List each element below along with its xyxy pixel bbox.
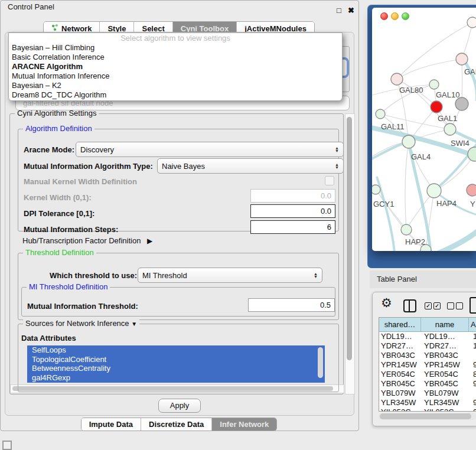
hub-definition-expander[interactable]: Hub/Transcription Factor Definition ▶: [22, 236, 152, 245]
table-row[interactable]: YPR145WYPR145W9.: [379, 360, 476, 370]
table-row[interactable]: YDR27…YDR27…12: [379, 341, 476, 351]
manual-kernel-width-checkbox[interactable]: [325, 176, 334, 185]
mi-threshold-field[interactable]: 0.5: [248, 298, 335, 312]
which-threshold-combobox[interactable]: MI Threshold ▲▼: [138, 268, 322, 283]
checked-checkbox-icon[interactable]: ✓: [425, 302, 432, 309]
mi-steps-label: Mutual Information Steps:: [24, 225, 118, 234]
dropdown-item-dream8-dc-tdc-algorithm[interactable]: Dream8 DC_TDC Algorithm: [9, 90, 342, 100]
network-node-gcy1[interactable]: [372, 185, 380, 194]
table-cell: YBR043C: [379, 351, 422, 360]
table-cell: YPR145W: [422, 360, 471, 370]
kernel-width-field[interactable]: 0.0: [250, 189, 335, 203]
unchecked-checkbox-icon[interactable]: [447, 302, 454, 309]
float-window-icon[interactable]: □: [337, 6, 341, 15]
gear-icon[interactable]: ⚙: [381, 296, 392, 310]
table-cell: YER054C: [379, 370, 422, 379]
scrollbar-thumb[interactable]: [380, 413, 471, 419]
mi-steps-field[interactable]: 6: [250, 220, 335, 234]
sources-title: Sources for Network Inference ▼: [23, 319, 139, 328]
network-node-gal11[interactable]: [376, 109, 385, 119]
data-attributes-list[interactable]: SelfLoopsTopologicalCoefficientBetweenne…: [27, 345, 325, 383]
apply-button[interactable]: Apply: [158, 399, 201, 413]
expand-right-arrow-icon: ▶: [147, 237, 152, 245]
network-node-gal1[interactable]: [444, 123, 456, 135]
close-icon[interactable]: ✖: [348, 6, 354, 15]
table-cell: 9.: [471, 398, 476, 407]
table-cell: YDL19…: [379, 332, 422, 341]
table-cell: YDR27…: [422, 341, 471, 351]
network-node-swi4[interactable]: [468, 147, 476, 161]
table-cell: YPR145W: [379, 360, 422, 370]
dropdown-item-mutual-information-inference[interactable]: Mutual Information Inference: [9, 71, 342, 81]
table-cell: YDR27…: [379, 341, 422, 351]
node-label-gal11: GAL11: [381, 122, 405, 131]
network-node-gal4[interactable]: [402, 135, 415, 148]
table-row[interactable]: YIL052CYIL052C0.: [379, 407, 476, 412]
network-node-gal10[interactable]: [429, 80, 439, 89]
mi-algorithm-type-combobox[interactable]: Naive Bayes ▲▼: [157, 158, 344, 174]
table-cell: YLR345W: [379, 398, 422, 407]
table-row[interactable]: YER054CYER054C8.: [379, 370, 476, 379]
control-panel-titlebar: Control Panel: [0, 0, 366, 14]
dropdown-item-aracne-algorithm[interactable]: ARACNE Algorithm: [9, 62, 342, 71]
table-row[interactable]: YBL079WYBL079W: [379, 389, 476, 398]
column-layout-icon[interactable]: [403, 299, 416, 312]
unchecked-checkbox-icon[interactable]: [456, 302, 463, 309]
aracne-mode-combobox[interactable]: Discovery ▲▼: [76, 142, 344, 157]
table-row[interactable]: YBR045CYBR045C9.: [379, 379, 476, 389]
tab-infer-network[interactable]: Infer Network: [212, 418, 276, 431]
table-row[interactable]: YBR043CYBR043C: [379, 351, 476, 360]
table-cell: 9.: [471, 379, 476, 389]
table-panel-titlebar: Table Panel: [370, 270, 476, 288]
table-body: YDL19…YDL19…13YDR27…YDR27…12YBR043CYBR04…: [379, 332, 476, 412]
which-threshold-value: MI Threshold: [142, 271, 187, 280]
network-node[interactable]: [455, 97, 468, 110]
attribute-item-betweennesscentrality[interactable]: BetweennessCentrality: [27, 364, 325, 373]
table-cell: YBR045C: [379, 379, 422, 389]
column-header-a[interactable]: A: [469, 318, 476, 331]
dpi-tolerance-field[interactable]: 0.0: [250, 204, 335, 218]
table-horizontal-scrollbar[interactable]: [379, 413, 476, 420]
tab-discretize-data[interactable]: Discretize Data: [141, 418, 212, 431]
network-node-y[interactable]: [467, 184, 476, 196]
attribute-item-selfloops[interactable]: SelfLoops: [27, 345, 325, 355]
settings-vertical-scrollbar[interactable]: [345, 113, 355, 394]
table-cell: YIL052C: [422, 407, 471, 412]
node-label-hap4: HAP4: [436, 199, 457, 208]
node-label-gal4: GAL4: [411, 152, 431, 161]
table-cell: YBL079W: [379, 389, 422, 398]
node-label-hap2: HAP2: [405, 237, 425, 246]
network-node[interactable]: [431, 101, 442, 113]
network-node-hap4[interactable]: [427, 184, 441, 198]
minimized-panel-icon[interactable]: [2, 441, 12, 450]
attribute-item-topologicalcoefficient[interactable]: TopologicalCoefficient: [27, 355, 325, 364]
attribute-item-gal4rgexp[interactable]: gal4RGexp: [27, 373, 325, 383]
network-node-hap2[interactable]: [401, 224, 412, 235]
network-node-gal[interactable]: [456, 53, 468, 65]
aracne-mode-label: Aracne Mode:: [24, 145, 74, 154]
checked-checkbox-icon[interactable]: ✓: [433, 302, 441, 309]
tab-impute-data[interactable]: Impute Data: [81, 418, 141, 431]
screen: Control Panel □ ✖ NetworkStyleSelectCyni…: [0, 0, 476, 450]
document-icon[interactable]: [470, 297, 476, 314]
collapse-down-arrow-icon[interactable]: ▼: [131, 321, 137, 327]
mi-threshold-definition-title: MI Threshold Definition: [27, 282, 110, 291]
table-cell: [471, 351, 476, 360]
table-row[interactable]: YLR345WYLR345W9.: [379, 398, 476, 407]
network-window: GALGAL80GAL10GAL1GAL11GAL4SWI4GCY1HAP4YH…: [372, 8, 476, 251]
threshold-definition-title: Threshold Definition: [23, 248, 96, 257]
column-header-shared[interactable]: shared…: [379, 318, 421, 331]
dropdown-item-bayesian-hill-climbing[interactable]: Bayesian – Hill Climbing: [9, 43, 342, 53]
network-node[interactable]: [467, 17, 476, 28]
column-header-name[interactable]: name: [421, 318, 469, 331]
table-row[interactable]: YDL19…YDL19…13: [379, 332, 476, 341]
dropdown-item-bayesian-k2[interactable]: Bayesian – K2: [9, 81, 342, 90]
table-cell: YDL19…: [422, 332, 471, 341]
scrollbar-thumb[interactable]: [347, 117, 352, 360]
dropdown-item-basic-correlation-inference[interactable]: Basic Correlation Inference: [9, 53, 342, 62]
kernel-width-label: Kernel Width (0,1):: [24, 193, 92, 202]
network-canvas[interactable]: GALGAL80GAL10GAL1GAL11GAL4SWI4GCY1HAP4YH…: [372, 8, 476, 251]
network-node-gal80[interactable]: [391, 73, 403, 85]
list-scrollbar-thumb[interactable]: [318, 347, 323, 378]
table-cell: 8.: [471, 370, 476, 379]
